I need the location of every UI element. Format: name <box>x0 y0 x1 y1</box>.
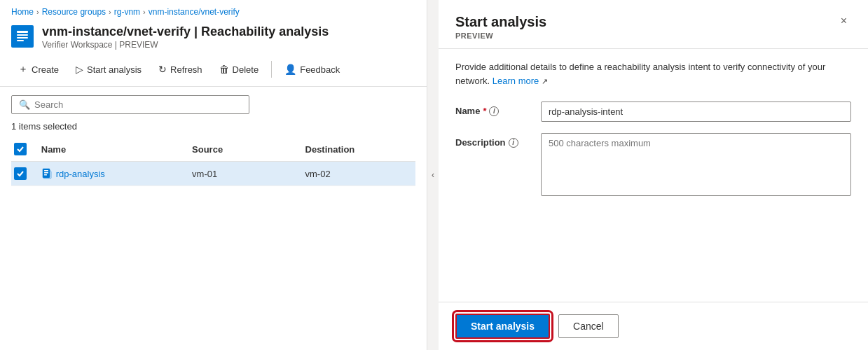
refresh-button[interactable]: ↻ Refresh <box>151 60 209 78</box>
search-icon: 🔍 <box>19 99 30 110</box>
panel-body: Provide additional details to define a r… <box>439 49 868 302</box>
start-analysis-label: Start analysis <box>87 64 142 75</box>
feedback-button[interactable]: 👤 Feedback <box>277 60 347 78</box>
description-textarea[interactable] <box>541 133 851 196</box>
toolbar: ＋ Create ▷ Start analysis ↻ Refresh 🗑 De… <box>0 55 427 87</box>
breadcrumb-home[interactable]: Home <box>11 7 34 17</box>
breadcrumb-sep-3: › <box>143 8 146 16</box>
panel-preview-label: PREVIEW <box>455 31 546 40</box>
search-box-container: 🔍 <box>11 95 249 114</box>
svg-rect-0 <box>17 31 28 33</box>
page-title: vnm-instance/vnet-verify | Reachability … <box>42 24 329 40</box>
svg-rect-1 <box>17 34 28 36</box>
panel-collapse-arrow[interactable]: ‹ <box>427 0 439 350</box>
col-header-source: Source <box>189 137 302 162</box>
row-name-cell: rdp-analysis <box>39 162 189 186</box>
feedback-icon: 👤 <box>284 64 296 75</box>
svg-rect-6 <box>44 172 48 174</box>
table-header-row: Name Source Destination <box>11 137 415 162</box>
row-name-link[interactable]: rdp-analysis <box>56 169 105 179</box>
refresh-icon: ↻ <box>158 64 167 75</box>
selection-info: 1 items selected <box>0 118 427 137</box>
create-label: Create <box>32 64 59 75</box>
table-container: Name Source Destination <box>0 137 427 186</box>
create-button[interactable]: ＋ Create <box>11 59 66 79</box>
name-input-wrap <box>541 102 851 122</box>
svg-rect-2 <box>17 37 28 38</box>
left-panel: Home › Resource groups › rg-vnm › vnm-in… <box>0 0 427 350</box>
search-area: 🔍 <box>0 87 427 118</box>
row-destination-cell: vm-02 <box>303 162 415 186</box>
breadcrumb-current[interactable]: vnm-instance/vnet-verify <box>149 7 240 17</box>
name-label: Name * i <box>455 102 532 116</box>
toolbar-separator <box>271 61 272 78</box>
breadcrumb-resource-groups[interactable]: Resource groups <box>42 7 106 17</box>
name-input[interactable] <box>541 102 851 122</box>
panel-close-button[interactable]: × <box>836 14 851 28</box>
col-header-name: Name <box>39 137 189 162</box>
row-document-icon <box>41 168 53 179</box>
name-label-text: Name <box>455 106 480 116</box>
right-panel: Start analysis PREVIEW × Provide additio… <box>439 0 868 350</box>
description-info-icon[interactable]: i <box>509 138 518 148</box>
page-header: vnm-instance/vnet-verify | Reachability … <box>0 21 427 55</box>
col-header-check <box>11 137 39 162</box>
refresh-label: Refresh <box>170 64 202 75</box>
breadcrumb: Home › Resource groups › rg-vnm › vnm-in… <box>0 0 427 21</box>
svg-rect-7 <box>44 174 47 176</box>
row-checkbox[interactable] <box>14 167 27 180</box>
delete-icon: 🗑 <box>219 64 229 75</box>
page-title-block: vnm-instance/vnet-verify | Reachability … <box>42 24 329 50</box>
required-indicator: * <box>483 106 486 116</box>
page-icon <box>11 25 34 48</box>
col-header-destination: Destination <box>303 137 415 162</box>
feedback-label: Feedback <box>300 64 340 75</box>
panel-title: Start analysis <box>455 14 546 30</box>
search-input[interactable] <box>34 99 242 110</box>
description-input-wrap <box>541 133 851 198</box>
panel-description: Provide additional details to define a r… <box>455 60 851 88</box>
breadcrumb-rg-vnm[interactable]: rg-vnm <box>114 7 140 17</box>
breadcrumb-sep-2: › <box>109 8 111 16</box>
svg-rect-5 <box>44 170 48 172</box>
svg-rect-3 <box>17 40 24 41</box>
form-row-name: Name * i <box>455 102 851 122</box>
row-checkbox-cell <box>11 162 39 186</box>
main-table: Name Source Destination <box>11 137 415 186</box>
page-subtitle: Verifier Workspace | PREVIEW <box>42 40 329 50</box>
name-cell-container: rdp-analysis <box>41 168 184 179</box>
row-source-cell: vm-01 <box>189 162 302 186</box>
table-row: rdp-analysis vm-01 vm-02 <box>11 162 415 186</box>
learn-more-link[interactable]: Learn more <box>492 76 539 86</box>
name-info-icon[interactable]: i <box>489 106 499 116</box>
ext-link-icon: ↗ <box>542 77 548 85</box>
description-label-text: Description <box>455 137 506 148</box>
create-icon: ＋ <box>18 63 28 76</box>
description-label: Description i <box>455 133 532 148</box>
panel-start-analysis-button[interactable]: Start analysis <box>455 314 550 339</box>
delete-button[interactable]: 🗑 Delete <box>212 60 266 78</box>
select-all-checkbox[interactable] <box>14 143 27 155</box>
panel-title-block: Start analysis PREVIEW <box>455 14 546 40</box>
panel-header: Start analysis PREVIEW × <box>439 0 868 49</box>
breadcrumb-sep-1: › <box>36 8 39 16</box>
play-icon: ▷ <box>76 64 83 75</box>
start-analysis-button[interactable]: ▷ Start analysis <box>69 60 149 78</box>
panel-cancel-button[interactable]: Cancel <box>558 314 619 338</box>
delete-label: Delete <box>233 64 259 75</box>
form-row-description: Description i <box>455 133 851 198</box>
panel-footer: Start analysis Cancel <box>439 302 868 350</box>
